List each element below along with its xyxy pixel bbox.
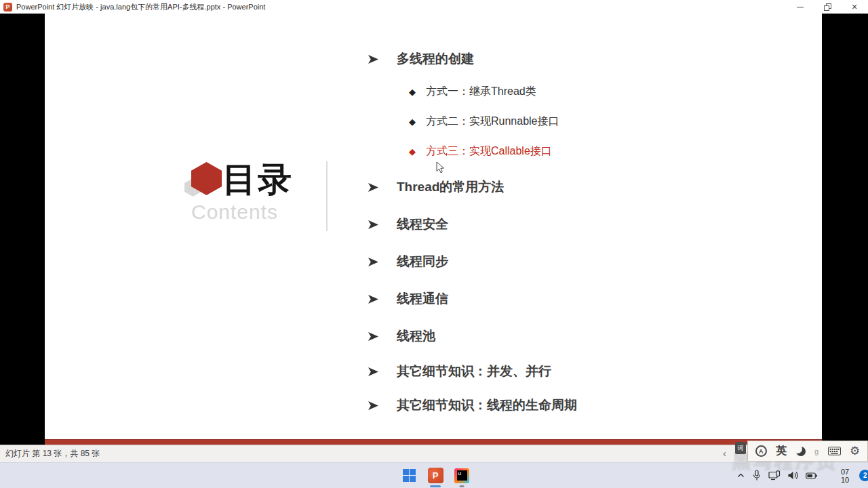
ime-translate-icon[interactable]: A (755, 445, 767, 457)
diamond-bullet-icon: ◆ (409, 117, 418, 127)
toc-subitem-callable: ◆ 方式三：实现Callable接口 (409, 144, 552, 159)
window-controls: × (787, 0, 868, 14)
gear-icon[interactable]: ⚙ (850, 445, 860, 457)
cast-display-icon[interactable] (768, 470, 781, 481)
window-title: PowerPoint 幻灯片放映 - java.lang包下的常用API-多线程… (16, 2, 265, 12)
restore-icon (824, 3, 831, 10)
taskbar: P IJ 07 (0, 462, 868, 488)
slideshow-stage: 目录 Contents 多线程的创建 ◆ 方式一：继承Thread类 ◆ 方式二… (0, 14, 868, 445)
diamond-bullet-icon: ◆ (409, 146, 418, 157)
taskbar-center: P IJ (400, 463, 471, 488)
keyboard-icon[interactable] (828, 447, 841, 455)
slide[interactable]: 目录 Contents 多线程的创建 ◆ 方式一：继承Thread类 ◆ 方式二… (45, 14, 822, 445)
arrow-bullet-icon (368, 220, 379, 229)
titlebar: P PowerPoint 幻灯片放映 - java.lang包下的常用API-多… (0, 0, 868, 14)
mouse-cursor (436, 161, 445, 176)
ime-toolbar: A 英 g ⚙ (747, 441, 868, 462)
close-button[interactable]: × (841, 0, 868, 14)
vertical-divider (326, 161, 328, 231)
toc-title: 目录 (222, 157, 293, 203)
toc-item-thread-safety: 线程安全 (368, 216, 448, 233)
speaker-icon[interactable] (787, 470, 799, 481)
toc-item-thread-lifecycle: 其它细节知识：线程的生命周期 (368, 396, 577, 414)
arrow-bullet-icon (368, 401, 379, 410)
moon-icon[interactable] (796, 447, 806, 456)
arrow-bullet-icon (368, 367, 379, 376)
toc-item-thread-pool: 线程池 (368, 327, 435, 345)
arrow-bullet-icon (368, 295, 379, 304)
arrow-bullet-icon (368, 332, 379, 341)
slide-accent-bar (45, 439, 822, 445)
ime-dictionary-icon[interactable]: 词 (735, 442, 746, 454)
toc-subtitle: Contents (191, 201, 278, 224)
ime-skin-icon[interactable]: g (814, 447, 818, 455)
diamond-bullet-icon: ◆ (409, 87, 418, 97)
tray-chevron-up-icon[interactable] (736, 471, 745, 480)
toc-subitem-runnable: ◆ 方式二：实现Runnable接口 (409, 115, 559, 129)
toc-item-thread-sync: 线程同步 (368, 253, 448, 270)
open-app-indicator (460, 485, 465, 487)
arrow-bullet-icon (368, 55, 379, 64)
powerpoint-icon: P (428, 468, 443, 483)
ime-language-indicator[interactable]: 英 (776, 444, 787, 458)
toc-subitem-extend-thread: ◆ 方式一：继承Thread类 (409, 85, 536, 99)
arrow-bullet-icon (368, 183, 379, 192)
arrow-bullet-icon (368, 258, 379, 266)
ppt-badge-letter: P (5, 3, 9, 10)
toc-item-thread-methods: Thread的常用方法 (368, 178, 504, 196)
toc-item-concurrency-parallel: 其它细节知识：并发、并行 (368, 363, 551, 380)
taskbar-powerpoint[interactable]: P (427, 464, 444, 488)
collapse-chevron-icon[interactable]: ‹ (723, 447, 726, 459)
system-tray: 07 10 2 (736, 463, 868, 488)
toc-item-multithread-creation: 多线程的创建 (368, 50, 474, 68)
minimize-button[interactable] (787, 0, 814, 14)
start-button[interactable] (400, 464, 418, 488)
taskbar-intellij[interactable]: IJ (453, 464, 471, 488)
active-app-indicator (430, 485, 441, 487)
screen: P PowerPoint 幻灯片放映 - java.lang包下的常用API-多… (0, 0, 868, 488)
battery-icon[interactable] (806, 471, 818, 481)
powerpoint-app-icon: P (3, 3, 12, 12)
minimize-icon (797, 7, 804, 7)
intellij-icon: IJ (454, 468, 469, 483)
slide-counter: 幻灯片 第 13 张，共 85 张 (5, 448, 100, 460)
notification-badge[interactable]: 2 (859, 470, 868, 481)
windows-logo-icon (403, 469, 416, 482)
toc-item-thread-communication: 线程通信 (368, 290, 448, 308)
microphone-icon[interactable] (752, 470, 762, 481)
close-icon: × (852, 2, 857, 12)
tray-clock[interactable]: 07 10 (841, 468, 849, 484)
restore-button[interactable] (814, 0, 841, 14)
